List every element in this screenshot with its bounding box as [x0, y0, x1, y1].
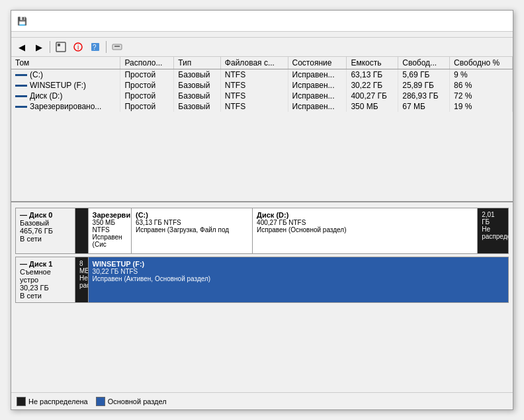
partition-size: 63,13 ГБ NTFS [136, 219, 248, 226]
disk-label: — Диск 1 Съемное устро 30,23 ГБ В сети [16, 257, 75, 302]
menu-action[interactable] [26, 33, 36, 36]
partition[interactable]: WINSETUP (F:) 30,22 ГБ NTFS Исправен (Ак… [89, 257, 508, 302]
cell-free: 5,69 ГБ [398, 69, 450, 81]
cell-volume-name: (C:) [11, 69, 120, 81]
table-section: Том Располо... Тип Файловая с... Состоян… [11, 57, 513, 202]
col-status: Состояние [288, 57, 347, 69]
legend-bar: Не распределена Основной раздел [11, 392, 513, 409]
cell-free-pct: 9 % [450, 69, 513, 81]
legend-box-primary [96, 397, 105, 406]
cell-status: Исправен... [288, 101, 347, 112]
partition[interactable]: (C:) 63,13 ГБ NTFS Исправен (Загрузка, Ф… [132, 208, 253, 253]
cell-free-pct: 86 % [450, 80, 513, 91]
toolbar: ◀ ▶ i ? [11, 38, 513, 57]
table-row[interactable]: Зарезервировано... Простой Базовый NTFS … [11, 101, 513, 112]
partition-status: Не распределена [482, 226, 504, 240]
partition[interactable]: Диск (D:) 400,27 ГБ NTFS Исправен (Основ… [253, 208, 478, 253]
svg-rect-1 [58, 44, 60, 46]
table-scroll[interactable]: Том Располо... Тип Файловая с... Состоян… [11, 57, 513, 201]
partition[interactable]: Зарезервирован 350 МБ NTFS Исправен (Сис [89, 208, 132, 253]
legend-label-unallocated: Не распределена [28, 398, 88, 405]
table-row[interactable]: (C:) Простой Базовый NTFS Исправен... 63… [11, 69, 513, 81]
partition-name: WINSETUP (F:) [93, 260, 504, 268]
cell-location: Простой [120, 101, 174, 112]
cell-free: 25,89 ГБ [398, 80, 450, 91]
disk-name: — Диск 1 [20, 260, 71, 268]
cell-status: Исправен... [288, 91, 347, 101]
table-row[interactable]: Диск (D:) Простой Базовый NTFS Исправен.… [11, 91, 513, 101]
cell-type: Базовый [174, 80, 221, 91]
toolbar-btn-1[interactable] [53, 40, 69, 54]
partition-size: 2,01 ГБ [482, 211, 504, 226]
partition-status: Не распреде [79, 274, 84, 289]
disk-label: — Диск 0 Базовый 465,76 ГБ В сети [16, 208, 75, 253]
menu-view[interactable] [38, 33, 48, 36]
col-fs: Файловая с... [220, 57, 288, 69]
disk-status: В сети [20, 235, 71, 243]
cell-capacity: 350 МБ [347, 101, 398, 112]
menu-file[interactable] [14, 33, 24, 36]
cell-location: Простой [120, 69, 174, 81]
disk-map-section: — Диск 0 Базовый 465,76 ГБ В сети Зарезе… [11, 202, 513, 392]
disk-row: — Диск 0 Базовый 465,76 ГБ В сети Зарезе… [15, 208, 509, 254]
toolbar-btn-3[interactable]: ? [87, 40, 103, 54]
legend-unallocated: Не распределена [17, 397, 88, 406]
toolbar-separator-2 [106, 41, 107, 53]
disk-name: — Диск 0 [20, 211, 71, 219]
partition[interactable]: 8 МБ Не распреде [75, 257, 89, 302]
partition-name: Зарезервирован [93, 211, 127, 219]
cell-location: Простой [120, 91, 174, 101]
cell-status: Исправен... [288, 80, 347, 91]
cell-free: 67 МБ [398, 101, 450, 112]
partition-status: Исправен (Основной раздел) [257, 226, 473, 233]
cell-volume-name: Диск (D:) [11, 91, 120, 101]
partition-status: Исправен (Загрузка, Файл под [136, 226, 248, 233]
svg-text:i: i [77, 44, 79, 51]
table-row[interactable]: WINSETUP (F:) Простой Базовый NTFS Испра… [11, 80, 513, 91]
disk-row: — Диск 1 Съемное устро 30,23 ГБ В сети 8… [15, 257, 509, 303]
partition-status: Исправен (Сис [93, 233, 127, 248]
app-icon: 💾 [17, 16, 27, 26]
partition-size: 30,22 ГБ NTFS [93, 268, 504, 275]
main-window: 💾 ◀ ▶ i ? [11, 10, 513, 410]
title-bar: 💾 [11, 11, 513, 32]
partition-name: Диск (D:) [257, 211, 473, 219]
title-bar-controls [455, 15, 507, 28]
cell-capacity: 30,22 ГБ [347, 80, 398, 91]
disk-size: 465,76 ГБ [20, 227, 71, 235]
col-free: Свобод... [398, 57, 450, 69]
partition[interactable]: 2,01 ГБ Не распределена [478, 208, 508, 253]
close-button[interactable] [492, 15, 507, 28]
menu-bar [11, 32, 513, 38]
legend-label-primary: Основной раздел [108, 398, 167, 405]
svg-rect-6 [112, 44, 122, 50]
cell-fs: NTFS [220, 91, 288, 101]
cell-capacity: 63,13 ГБ [347, 69, 398, 81]
toolbar-btn-4[interactable] [109, 40, 125, 54]
back-button[interactable]: ◀ [14, 40, 30, 54]
legend-primary: Основной раздел [96, 397, 167, 406]
col-location: Располо... [120, 57, 174, 69]
forward-button[interactable]: ▶ [31, 40, 47, 54]
minimize-button[interactable] [455, 15, 470, 28]
menu-help[interactable] [50, 33, 60, 36]
cell-type: Базовый [174, 91, 221, 101]
partition-name: (C:) [136, 211, 248, 219]
disk-status: В сети [20, 292, 71, 300]
cell-fs: NTFS [220, 80, 288, 91]
disk-type: Съемное устро [20, 268, 71, 284]
col-type: Тип [174, 57, 221, 69]
toolbar-btn-2[interactable]: i [70, 40, 86, 54]
toolbar-separator-1 [50, 41, 50, 53]
main-content: Том Располо... Тип Файловая с... Состоян… [11, 57, 513, 392]
cell-fs: NTFS [220, 69, 288, 81]
col-capacity: Емкость [347, 57, 398, 69]
cell-status: Исправен... [288, 69, 347, 81]
disk-table: Том Располо... Тип Файловая с... Состоян… [11, 57, 513, 112]
partition-status: Исправен (Активен, Основной раздел) [93, 275, 504, 282]
partition-size: 400,27 ГБ NTFS [257, 219, 473, 226]
maximize-button[interactable] [473, 15, 489, 28]
legend-box-unallocated [17, 397, 26, 406]
cell-free: 286,93 ГБ [398, 91, 450, 101]
partition[interactable] [75, 208, 89, 253]
